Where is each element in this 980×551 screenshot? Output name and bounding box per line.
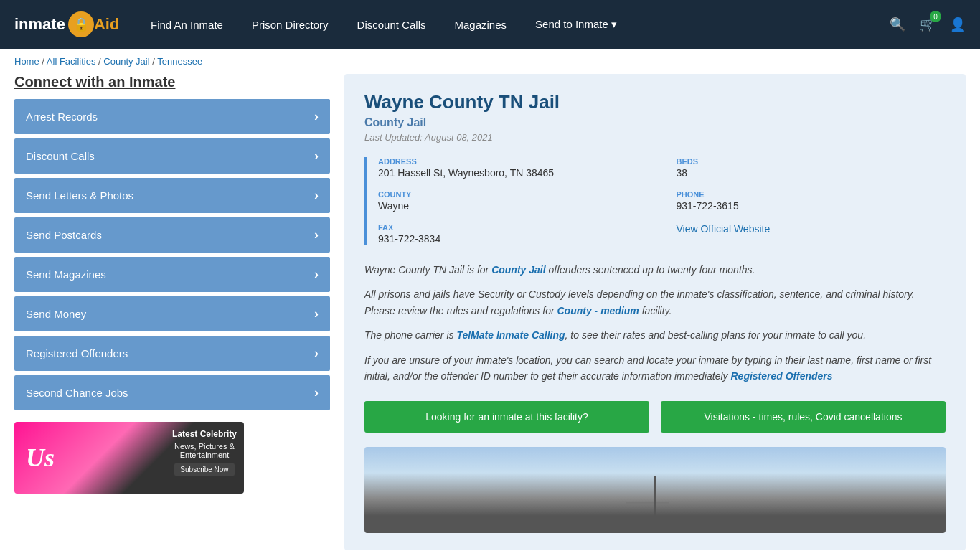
chevron-right-icon: › (314, 109, 319, 124)
chevron-right-icon: › (314, 149, 319, 164)
desc1-rest: offenders sentenced up to twenty four mo… (546, 264, 755, 276)
ad-title-line3: Entertainment (172, 451, 237, 459)
county-label: COUNTY (378, 190, 648, 199)
county-value: Wayne (378, 200, 648, 212)
desc4-link[interactable]: Registered Offenders (730, 370, 832, 382)
sidebar-item-send-money[interactable]: Send Money › (14, 296, 330, 331)
desc3-text: The phone carrier is (364, 329, 456, 341)
header-icons: 🔍 🛒 0 👤 (890, 17, 966, 32)
chevron-right-icon: › (314, 267, 319, 282)
ad-content: Latest Celebrity News, Pictures & Entert… (172, 429, 237, 476)
facility-content: Wayne County TN Jail County Jail Last Up… (344, 74, 966, 550)
sidebar-item-registered-offenders[interactable]: Registered Offenders › (14, 336, 330, 371)
ad-title-line1: Latest Celebrity (172, 429, 237, 439)
facility-updated: Last Updated: August 08, 2021 (364, 132, 946, 143)
facility-info-grid: ADDRESS 201 Hassell St, Waynesboro, TN 3… (364, 157, 946, 245)
beds-value: 38 (677, 167, 946, 179)
sidebar-item-second-chance-jobs[interactable]: Second Chance Jobs › (14, 375, 330, 410)
phone-label: PHONE (677, 190, 946, 199)
desc1-link[interactable]: County Jail (491, 264, 545, 276)
nav-discount-calls[interactable]: Discount Calls (357, 19, 426, 31)
desc-para-1: Wayne County TN Jail is for County Jail … (364, 262, 946, 278)
breadcrumb-home[interactable]: Home (14, 56, 39, 67)
sidebar-item-discount-calls[interactable]: Discount Calls › (14, 138, 330, 174)
chevron-right-icon: › (314, 306, 319, 321)
desc3-link[interactable]: TelMate Inmate Calling (456, 329, 565, 341)
ad-banner[interactable]: Us Latest Celebrity News, Pictures & Ent… (14, 422, 244, 494)
logo-aid: Aid (94, 15, 119, 34)
sidebar-title: Connect with an Inmate (14, 74, 330, 90)
visitations-button[interactable]: Visitations - times, rules, Covid cancel… (661, 401, 946, 433)
ad-logo: Us (26, 443, 55, 473)
chevron-right-icon: › (314, 385, 319, 400)
phone-block: PHONE 931-722-3615 (677, 190, 946, 212)
address-block: ADDRESS 201 Hassell St, Waynesboro, TN 3… (378, 157, 648, 179)
address-value: 201 Hassell St, Waynesboro, TN 38465 (378, 167, 648, 179)
logo-text: inmate (14, 15, 65, 34)
fax-block: FAX 931-722-3834 (378, 223, 648, 245)
desc1-text: Wayne County TN Jail is for (364, 264, 491, 276)
address-label: ADDRESS (378, 157, 648, 166)
breadcrumb-all-facilities[interactable]: All Facilities (47, 56, 96, 67)
sidebar-item-send-letters[interactable]: Send Letters & Photos › (14, 178, 330, 213)
chevron-right-icon: › (314, 227, 319, 242)
facility-image (364, 447, 946, 533)
ad-subscribe-btn[interactable]: Subscribe Now (174, 463, 234, 476)
nav-prison-directory[interactable]: Prison Directory (252, 19, 329, 31)
beds-label: BEDS (677, 157, 946, 166)
fax-value: 931-722-3834 (378, 233, 648, 245)
official-website-link[interactable]: View Official Website (677, 223, 771, 235)
nav-send-inmate[interactable]: Send to Inmate ▾ (535, 18, 617, 31)
sidebar-item-send-postcards[interactable]: Send Postcards › (14, 217, 330, 253)
desc-para-4: If you are unsure of your inmate's locat… (364, 352, 946, 385)
logo-icon: 🔒 (68, 11, 94, 37)
desc3-rest: , to see their rates and best-calling pl… (565, 329, 866, 341)
main-layout: Connect with an Inmate Arrest Records › … (0, 74, 980, 551)
sidebar-item-arrest-records[interactable]: Arrest Records › (14, 99, 330, 134)
breadcrumb-county-jail[interactable]: County Jail (103, 56, 149, 67)
breadcrumb: Home / All Facilities / County Jail / Te… (0, 49, 980, 74)
facility-type: County Jail (364, 116, 946, 129)
cart-button[interactable]: 🛒 0 (920, 17, 936, 32)
phone-value: 931-722-3615 (677, 200, 946, 212)
county-block: COUNTY Wayne (378, 190, 648, 212)
header: inmate 🔒 Aid Find An Inmate Prison Direc… (0, 0, 980, 49)
sidebar: Connect with an Inmate Arrest Records › … (14, 74, 330, 550)
desc2-rest: facility. (639, 305, 672, 316)
nav-magazines[interactable]: Magazines (454, 19, 507, 31)
user-icon[interactable]: 👤 (950, 17, 966, 32)
cart-badge: 0 (930, 11, 941, 22)
desc-para-2: All prisons and jails have Security or C… (364, 286, 946, 319)
chevron-right-icon: › (314, 188, 319, 203)
breadcrumb-tennessee[interactable]: Tennessee (157, 56, 202, 67)
desc-para-3: The phone carrier is TelMate Inmate Call… (364, 327, 946, 343)
facility-title: Wayne County TN Jail (364, 91, 946, 113)
facility-description: Wayne County TN Jail is for County Jail … (364, 262, 946, 384)
fax-label: FAX (378, 223, 648, 232)
action-buttons: Looking for an inmate at this facility? … (364, 401, 946, 433)
logo[interactable]: inmate 🔒 Aid (14, 11, 129, 37)
beds-block: BEDS 38 (677, 157, 946, 179)
chevron-right-icon: › (314, 346, 319, 361)
search-icon[interactable]: 🔍 (890, 17, 905, 32)
desc2-link[interactable]: County - medium (557, 305, 639, 316)
ad-title-line2: News, Pictures & (172, 442, 237, 451)
sidebar-item-send-magazines[interactable]: Send Magazines › (14, 257, 330, 292)
find-inmate-button[interactable]: Looking for an inmate at this facility? (364, 401, 649, 433)
nav-find-inmate[interactable]: Find An Inmate (151, 19, 223, 31)
desc4-text: If you are unsure of your inmate's locat… (364, 354, 931, 382)
main-nav: Find An Inmate Prison Directory Discount… (151, 18, 868, 31)
website-block: View Official Website (677, 223, 946, 245)
